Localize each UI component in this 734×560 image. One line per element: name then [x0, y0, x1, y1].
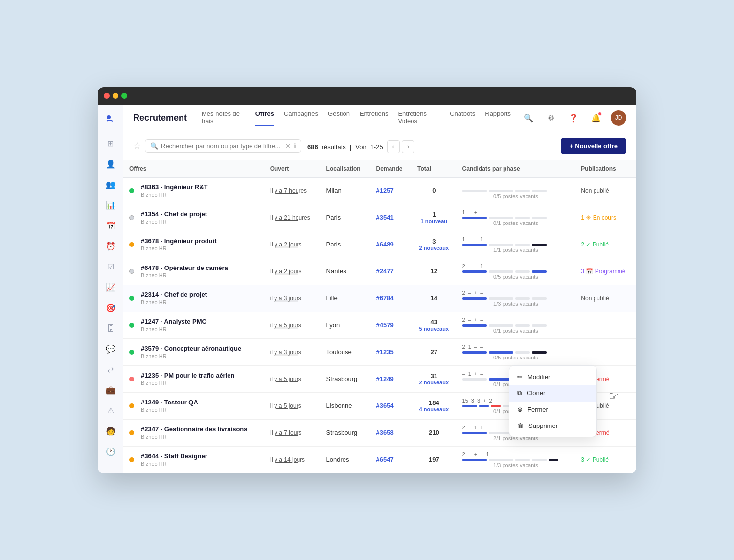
nav-entretiens-videos[interactable]: Entretiens Vidéos — [398, 110, 440, 126]
demand-link[interactable]: #6489 — [376, 241, 393, 248]
demand-link[interactable]: #1257 — [376, 187, 393, 194]
pub-status-cell — [575, 338, 636, 365]
info-icon[interactable]: ℹ — [294, 142, 296, 150]
status-indicator — [129, 215, 134, 220]
results-info: 686 résultats | Voir 1-25 ‹ › — [307, 140, 414, 153]
phase-cell: 2––1 0/5 postes vacants — [457, 258, 575, 285]
sidebar-target-icon[interactable]: 🎯 — [102, 299, 119, 317]
sidebar-person-icon[interactable]: 👤 — [102, 156, 119, 173]
phase-cell: 2–+–1 1/3 postes vacants — [457, 446, 575, 473]
sidebar-history-icon[interactable]: 🕐 — [102, 443, 119, 461]
context-supprimer[interactable]: 🗑 Supprimer — [509, 418, 596, 434]
nav-offres[interactable]: Offres — [255, 110, 274, 126]
pub-status-cell: Non publié — [575, 177, 636, 204]
maximize-dot[interactable] — [121, 93, 127, 99]
sidebar-calendar-icon[interactable]: 📅 — [102, 217, 119, 235]
close-dot[interactable] — [104, 93, 110, 99]
col-ouvert: Ouvert — [264, 160, 321, 177]
sidebar-home-icon[interactable]: ⊞ — [102, 135, 119, 153]
sidebar-people-icon[interactable]: 👥 — [102, 176, 119, 194]
search-input[interactable] — [161, 142, 282, 150]
phase-cell: 1–+– 0/1 postes vacants — [457, 204, 575, 231]
prev-page-button[interactable]: ‹ — [387, 140, 400, 153]
nav-rapports[interactable]: Rapports — [485, 110, 511, 126]
phase-cell: 1––1 1/1 postes vacants — [457, 231, 575, 258]
search-magnifier-icon: 🔍 — [150, 142, 158, 150]
table-row: #3678 - Ingénieur produit Bizneo HR Il y… — [123, 231, 636, 258]
phase-cell: –––– 0/5 postes vacants — [457, 177, 575, 204]
nav-notes-frais[interactable]: Mes notes de frais — [202, 110, 246, 126]
avatar[interactable]: JD — [611, 110, 626, 126]
open-date-cell: Il y a 2 jours — [264, 258, 321, 285]
minimize-dot[interactable] — [113, 93, 118, 99]
demand-link[interactable]: #1235 — [376, 348, 393, 356]
notification-dot — [598, 112, 602, 116]
location-cell: Strasbourg — [321, 365, 370, 392]
search-input-wrap: 🔍 ✕ ℹ — [145, 139, 301, 153]
location-cell: Paris — [321, 231, 370, 258]
demand-link[interactable]: #6547 — [376, 456, 393, 463]
demand-link[interactable]: #3654 — [376, 402, 393, 409]
phase-cell: 2–+– 0/1 postes vacants — [457, 312, 575, 338]
table-row: #6478 - Opérateur de caméra Bizneo HR Il… — [123, 258, 636, 285]
demand-link[interactable]: #3658 — [376, 429, 393, 436]
new-offer-button[interactable]: + Nouvelle offre — [561, 138, 626, 154]
sidebar-arrows-icon[interactable]: ⇄ — [102, 361, 119, 379]
location-cell: Lille — [321, 285, 370, 312]
sidebar-alert-icon[interactable]: ⚠ — [102, 402, 119, 420]
edit-icon: ✏ — [517, 373, 523, 381]
status-indicator — [129, 430, 134, 435]
status-indicator — [129, 457, 134, 462]
location-cell: Lyon — [321, 312, 370, 338]
status-indicator — [129, 323, 134, 328]
sidebar-briefcase-icon[interactable]: 💼 — [102, 381, 119, 399]
open-date-cell: il y a 5 jours — [264, 312, 321, 338]
demand-link[interactable]: #4579 — [376, 321, 393, 329]
nav-campagnes[interactable]: Campagnes — [284, 110, 318, 126]
offer-name-cell: #2314 - Chef de projet Bizneo HR — [123, 285, 264, 312]
search-icon[interactable]: 🔍 — [521, 110, 536, 126]
pub-status-cell: 3 📅 Programmé — [575, 258, 636, 285]
svg-point-0 — [107, 115, 111, 119]
demand-link[interactable]: #3541 — [376, 214, 393, 221]
offer-name-cell: #1249 - Testeur QA Bizneo HR — [123, 392, 264, 419]
sidebar-chat-icon[interactable]: 💬 — [102, 340, 119, 358]
demand-link[interactable]: #2477 — [376, 268, 393, 275]
location-cell: Londres — [321, 446, 370, 473]
favorite-star-icon[interactable]: ☆ — [133, 140, 141, 151]
topbar-icons: 🔍 ⚙ ❓ 🔔 JD — [521, 110, 626, 126]
toolbar: ☆ 🔍 ✕ ℹ 686 résultats | Voir 1-25 — [123, 132, 636, 160]
logo-icon — [102, 111, 119, 128]
total-cell: 32 nouveaux — [412, 231, 457, 258]
context-modifier[interactable]: ✏ Modifier — [509, 369, 596, 385]
notification-icon[interactable]: 🔔 — [588, 110, 604, 126]
nav-chatbots[interactable]: Chatbots — [450, 110, 475, 126]
delete-icon: 🗑 — [517, 422, 524, 429]
sidebar-check-icon[interactable]: ☑ — [102, 258, 119, 276]
nav-gestion[interactable]: Gestion — [328, 110, 350, 126]
sidebar-clock-icon[interactable]: ⏰ — [102, 238, 119, 255]
demand-link[interactable]: #6784 — [376, 294, 393, 302]
nav-entretiens[interactable]: Entretiens — [360, 110, 389, 126]
pub-status-cell: 3 ✓ Publié — [575, 446, 636, 473]
context-supprimer-label: Supprimer — [528, 422, 558, 429]
location-cell: Paris — [321, 204, 370, 231]
total-cell: 1844 nouveaux — [412, 392, 457, 419]
settings-icon[interactable]: ⚙ — [543, 110, 559, 126]
clear-search-icon[interactable]: ✕ — [285, 142, 291, 150]
total-cell: 435 nouveaux — [412, 312, 457, 338]
open-date-cell: Il y a 21 heures — [264, 204, 321, 231]
sidebar-chart-icon[interactable]: 📊 — [102, 197, 119, 214]
offer-name-cell: #8363 - Ingénieur R&T Bizneo HR — [123, 177, 264, 204]
demand-link[interactable]: #1249 — [376, 375, 393, 382]
sidebar-bar-chart-icon[interactable]: 📈 — [102, 279, 119, 296]
help-icon[interactable]: ❓ — [566, 110, 581, 126]
next-page-button[interactable]: › — [402, 140, 414, 153]
clone-icon: ⧉ — [517, 389, 522, 397]
sidebar-database-icon[interactable]: 🗄 — [102, 320, 119, 337]
sidebar-user-icon[interactable]: 🧑 — [102, 423, 119, 440]
open-date-cell: il y a 3 jours — [264, 285, 321, 312]
context-fermer[interactable]: ⊗ Fermer — [509, 402, 596, 418]
context-cloner[interactable]: ⧉ Cloner — [509, 385, 596, 402]
open-date-cell: Il y a 7 heures — [264, 177, 321, 204]
